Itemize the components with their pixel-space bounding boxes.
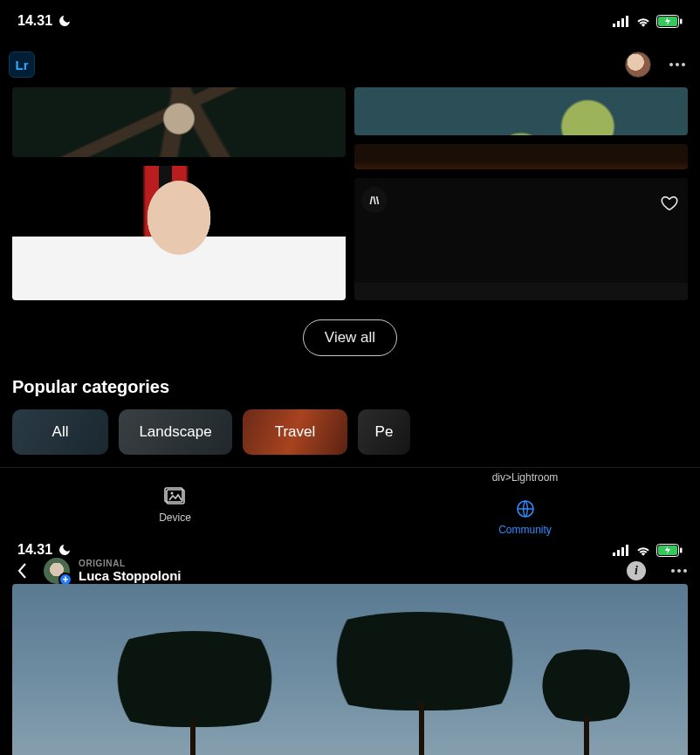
svg-rect-1 (617, 21, 620, 27)
feed-image-portrait[interactable] (12, 166, 346, 300)
globe-icon (514, 499, 537, 518)
feed-image-dark[interactable] (354, 178, 688, 283)
like-button[interactable] (660, 194, 679, 213)
section-title-popular: Popular categories (0, 377, 700, 409)
feed-image-aerial[interactable] (354, 87, 688, 135)
category-chip-partial[interactable]: Pe (358, 409, 410, 455)
feed-image-bird[interactable] (12, 87, 346, 157)
wifi-icon (635, 15, 651, 27)
community-screen: 14.31 Lr (0, 0, 700, 755)
feed-card[interactable] (354, 87, 688, 135)
more-options-button[interactable] (669, 560, 690, 581)
profile-avatar[interactable] (625, 51, 651, 78)
svg-rect-13 (617, 550, 620, 556)
feed-image-sunset[interactable] (354, 144, 688, 169)
feed-card[interactable] (354, 144, 688, 169)
detail-header: + ORIGINAL Luca Stoppoloni i (0, 558, 700, 584)
battery-charging-icon (656, 544, 683, 557)
category-chip-landscape[interactable]: Landscape (119, 409, 232, 455)
cellular-signal-icon (613, 15, 630, 27)
category-row[interactable]: All Landscape Travel Pe (0, 409, 700, 455)
device-icon (164, 487, 187, 506)
feed-card[interactable] (12, 87, 346, 157)
lightroom-cloud-icon: div> Lightroom (514, 468, 537, 487)
svg-rect-15 (626, 545, 628, 556)
nav-label: Lightroom (511, 471, 558, 484)
author-name[interactable]: Luca Stoppoloni (79, 568, 182, 583)
nav-tab-device[interactable]: Device (0, 468, 350, 542)
app-header: Lr (0, 42, 700, 87)
cellular-signal-icon (613, 544, 630, 556)
more-options-button[interactable] (667, 54, 688, 75)
svg-rect-14 (621, 547, 624, 556)
status-bar: 14.31 (0, 542, 700, 558)
author-avatar[interactable]: /\\ (361, 187, 388, 213)
nav-label: Device (159, 511, 191, 524)
svg-rect-2 (621, 18, 624, 27)
category-chip-travel[interactable]: Travel (243, 409, 347, 455)
bottom-nav: Device div> Lightroom Community (0, 467, 700, 542)
battery-charging-icon (656, 15, 683, 28)
feed-card[interactable]: 4 (12, 166, 346, 300)
svg-rect-0 (613, 24, 615, 27)
lightroom-logo-icon[interactable]: Lr (9, 51, 35, 78)
hero-image[interactable]: 448 (12, 584, 688, 755)
author-avatar[interactable]: + (44, 558, 70, 584)
svg-rect-18 (680, 547, 683, 553)
do-not-disturb-icon (58, 14, 72, 28)
nav-tab-community[interactable]: Community (498, 492, 552, 542)
edit-detail-screen: 14.31 + ORIGINAL (0, 542, 700, 755)
category-chip-all[interactable]: All (12, 409, 108, 455)
status-time: 14.31 (17, 542, 52, 558)
feed-card[interactable]: /\\ (354, 178, 688, 300)
nav-tab-lightroom[interactable]: div> Lightroom Community (350, 468, 700, 542)
svg-rect-6 (680, 18, 683, 24)
community-feed[interactable]: 4 (0, 87, 700, 300)
view-all-button[interactable]: View all (303, 319, 397, 356)
nav-label: Community (498, 524, 552, 536)
status-bar: 14.31 (0, 0, 700, 42)
wifi-icon (635, 544, 651, 556)
svg-point-8 (170, 491, 173, 494)
svg-rect-3 (626, 16, 628, 27)
original-label: ORIGINAL (79, 559, 182, 569)
back-button[interactable] (10, 559, 33, 582)
do-not-disturb-icon (58, 543, 72, 557)
svg-rect-12 (613, 553, 615, 556)
info-button[interactable]: i (627, 561, 646, 580)
status-time: 14.31 (17, 13, 52, 29)
